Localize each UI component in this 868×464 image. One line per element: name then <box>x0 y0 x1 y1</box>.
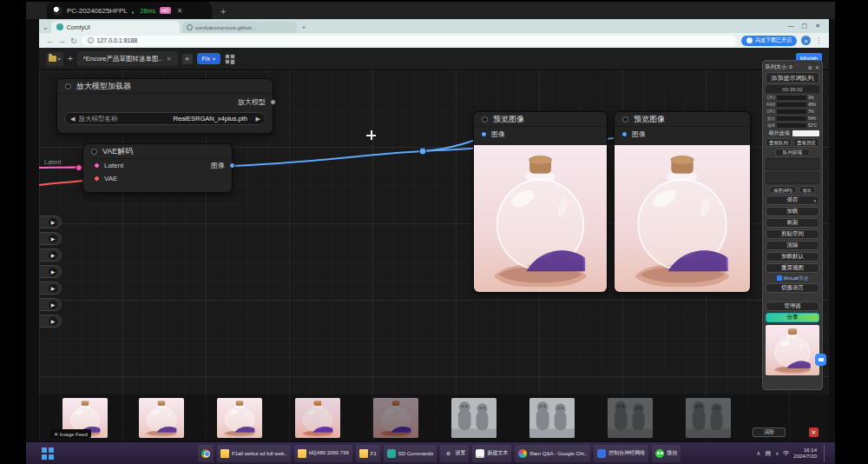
input-dot-image[interactable] <box>481 131 487 137</box>
feed-thumbnail[interactable] <box>451 398 496 438</box>
browser-menu-icon[interactable]: ⋮ <box>815 36 822 44</box>
start-button[interactable] <box>42 447 54 460</box>
maximize-button[interactable]: ▢ <box>802 23 808 30</box>
refresh-button[interactable]: 刷新 <box>766 218 819 228</box>
reload-button[interactable]: ↻ <box>70 36 77 45</box>
forward-button[interactable]: → <box>58 36 66 45</box>
mixlab-nodes-row[interactable]: MixLab节点 <box>766 275 819 282</box>
browser-tab-secondary[interactable]: comfyanonymous.github… <box>182 22 297 33</box>
slot-row-image[interactable]: 图像 <box>474 127 607 141</box>
feed-thumbnail[interactable] <box>608 398 653 438</box>
collapse-dot-icon[interactable] <box>482 116 488 123</box>
bookmark-icon[interactable]: ★ <box>182 54 193 64</box>
node-upscale-model-loader[interactable]: 放大模型加载器 放大模型 ◀ 放大模型名称 RealESRGAN_x4plus.… <box>56 78 273 134</box>
feed-thumbnail[interactable] <box>139 398 184 438</box>
node-header[interactable]: 放大模型加载器 <box>57 79 273 94</box>
close-icon[interactable]: ✕ <box>177 7 183 15</box>
node-preview-image-1[interactable]: 预览图像 图像 <box>473 111 608 293</box>
input-dot-vae[interactable] <box>94 176 100 182</box>
feed-thumbnail[interactable] <box>373 398 418 438</box>
tab-search-icon[interactable]: ⌄ <box>43 23 49 31</box>
back-button[interactable]: ← <box>46 36 54 45</box>
profile-avatar[interactable]: a <box>801 36 811 45</box>
minimize-button[interactable]: — <box>788 23 794 30</box>
extra-options-checkbox[interactable] <box>792 130 819 136</box>
tray-network-icon[interactable]: ▤ <box>765 450 771 457</box>
slot-row-vae[interactable]: VAE <box>83 172 232 185</box>
feed-close-button[interactable]: ✕ <box>809 428 819 437</box>
taskbar-item-folder1[interactable]: F1all webui sd full web.. <box>217 445 291 462</box>
new-tab-button[interactable]: + <box>302 23 306 31</box>
workflow-tab[interactable]: *Encore产品草图转迷单图.. ✕ <box>77 51 178 66</box>
caret-down-icon[interactable]: ▾ <box>813 198 816 203</box>
taskbar-item-notepad[interactable]: 新建文本 <box>472 445 511 462</box>
chat-bubble-button[interactable] <box>815 354 826 366</box>
collapse-dot-icon[interactable] <box>91 149 97 155</box>
input-dot-image[interactable] <box>621 131 628 137</box>
collapse-dot-icon[interactable] <box>622 116 628 123</box>
manager-button[interactable]: 管理器 <box>766 302 819 311</box>
slot-row-latent-image[interactable]: Latent 图像 <box>83 159 232 172</box>
feed-thumbnail[interactable] <box>295 398 340 438</box>
output-dot-image[interactable] <box>229 162 235 169</box>
node-canvas[interactable]: Latent 放大模型加载器 放大模型 ◀ 放大模型名称 RealESRGAN_ <box>39 70 829 441</box>
view-queue-button[interactable]: 查看队列 <box>766 138 792 147</box>
clear-button[interactable]: 清除 <box>766 241 819 250</box>
workflow-folder-button[interactable]: ▾ <box>46 52 63 66</box>
latest-output-thumbnail[interactable] <box>766 325 819 375</box>
clipspace-button[interactable]: 剪贴空间 <box>766 229 819 239</box>
reset-view-button[interactable]: 重置视图 <box>766 263 819 273</box>
image-feed-toggle[interactable]: ✕ Image Feed <box>50 429 91 438</box>
feed-thumbnail[interactable] <box>217 398 262 438</box>
collapsed-node[interactable]: ▶ <box>39 298 62 311</box>
collapse-dot-icon[interactable] <box>65 83 71 89</box>
output-slot-upscale-model[interactable]: 放大模型 <box>57 94 273 109</box>
collapsed-node[interactable]: ▶ <box>39 232 62 245</box>
view-history-button[interactable]: 查看历史 <box>793 138 819 147</box>
settings-gear-icon[interactable]: ⚙ <box>808 64 812 70</box>
remote-session-tab[interactable]: PC-20240625HFPL 28ms HD ✕ <box>47 2 212 19</box>
collapsed-node[interactable]: ▶ <box>39 249 62 262</box>
close-workflow-icon[interactable]: ✕ <box>167 56 172 63</box>
taskbar-clock[interactable]: 16:14 2024/7/20 <box>793 447 817 460</box>
layout-grid-icon[interactable] <box>225 54 235 64</box>
taskbar-item-folder3[interactable]: F1 <box>356 445 380 462</box>
taskbar-item-settings[interactable]: ⚙设置 <box>440 445 469 462</box>
close-button[interactable]: ✕ <box>815 23 820 30</box>
queue-front-button[interactable]: 队列前端 <box>775 149 810 156</box>
feed-thumbnail[interactable] <box>686 398 731 438</box>
export-button[interactable]: 导出 <box>799 186 816 194</box>
feed-thumbnail[interactable] <box>529 398 575 438</box>
output-dot[interactable] <box>270 99 276 105</box>
collapsed-node[interactable]: ▶ <box>39 215 62 229</box>
taskbar-item-wechat[interactable]: 微信 <box>652 445 681 462</box>
taskbar-item-chrome[interactable] <box>198 445 214 462</box>
tray-volume-icon[interactable]: ◖ <box>775 450 779 456</box>
prev-value-icon[interactable]: ◀ <box>70 116 75 123</box>
address-bar[interactable]: i 127.0.0.1:8188 <box>82 36 737 46</box>
input-dot-latent[interactable] <box>94 162 100 169</box>
node-header[interactable]: 预览图像 <box>474 112 607 127</box>
model-name-combo-widget[interactable]: ◀ 放大模型名称 RealESRGAN_x4plus.pth ▶ <box>64 112 266 125</box>
load-default-button[interactable]: 加载默认 <box>766 252 819 262</box>
save-api-button[interactable]: 保存(API) <box>769 186 796 194</box>
taskbar-item-browser-window[interactable]: Ram Q&A - Google Chr.. <box>515 445 590 462</box>
close-panel-icon[interactable]: ✕ <box>815 64 819 70</box>
new-session-button[interactable]: + <box>220 6 226 17</box>
node-header[interactable]: VAE解码 <box>83 144 232 159</box>
node-header[interactable]: 预览图像 <box>615 112 750 127</box>
taskbar-item-console[interactable]: 控制台神经网络 <box>594 445 648 462</box>
collapsed-node[interactable]: ▶ <box>39 265 62 278</box>
fix-button[interactable]: Fix ▾ <box>197 53 220 64</box>
browser-tab-comfyui[interactable]: ComfyUI <box>51 21 180 33</box>
slot-row-image[interactable]: 图像 <box>615 127 750 141</box>
node-preview-image-2[interactable]: 预览图像 图像 <box>614 111 751 293</box>
site-info-icon[interactable]: i <box>88 37 94 43</box>
taskbar-item-commands[interactable]: SD Commands <box>384 445 437 462</box>
switch-locale-button[interactable]: 切换语言 <box>766 283 819 293</box>
input-language-indicator[interactable]: 中 <box>783 449 789 458</box>
collapsed-node[interactable]: ▶ <box>39 282 62 295</box>
show-desktop-button[interactable] <box>824 445 826 462</box>
download-extension-button[interactable]: 高速下载已开启 <box>741 36 797 46</box>
queue-prompt-button[interactable]: 添加提示词队列 <box>766 72 819 83</box>
